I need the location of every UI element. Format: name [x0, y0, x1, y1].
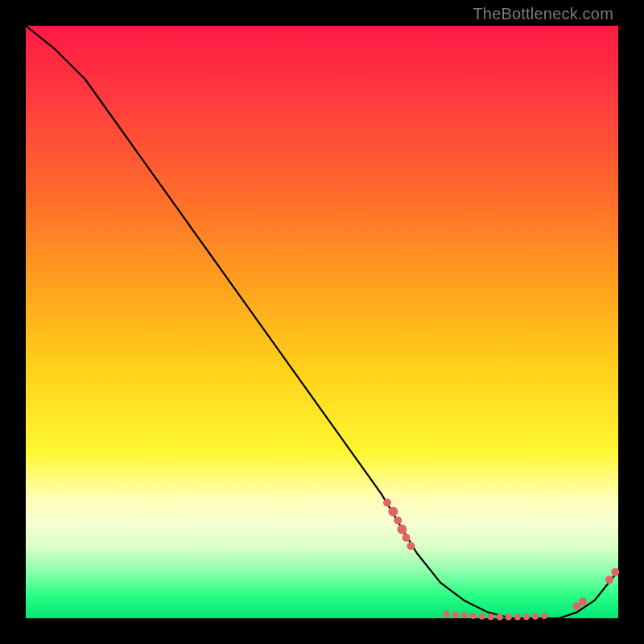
curve-line — [26, 26, 618, 618]
data-point — [605, 576, 613, 584]
data-point — [388, 507, 398, 517]
data-point — [479, 613, 485, 620]
data-point — [611, 568, 619, 576]
data-point — [514, 614, 521, 621]
data-point — [497, 614, 503, 621]
data-point — [523, 613, 530, 620]
data-point — [407, 542, 415, 550]
data-point — [506, 614, 512, 621]
data-markers — [383, 498, 619, 620]
data-point — [402, 534, 411, 542]
data-point — [444, 611, 450, 617]
data-point — [383, 498, 391, 506]
data-point — [470, 613, 477, 619]
data-point — [541, 613, 547, 619]
data-point — [452, 612, 459, 618]
data-point — [397, 525, 407, 535]
chart-frame: TheBottleneck.com — [0, 0, 644, 644]
chart-overlay — [26, 26, 618, 618]
watermark-text: TheBottleneck.com — [473, 5, 613, 23]
data-point — [461, 612, 468, 618]
data-point — [394, 517, 402, 525]
data-point — [532, 613, 539, 620]
data-point — [579, 597, 587, 605]
data-point — [488, 613, 494, 620]
